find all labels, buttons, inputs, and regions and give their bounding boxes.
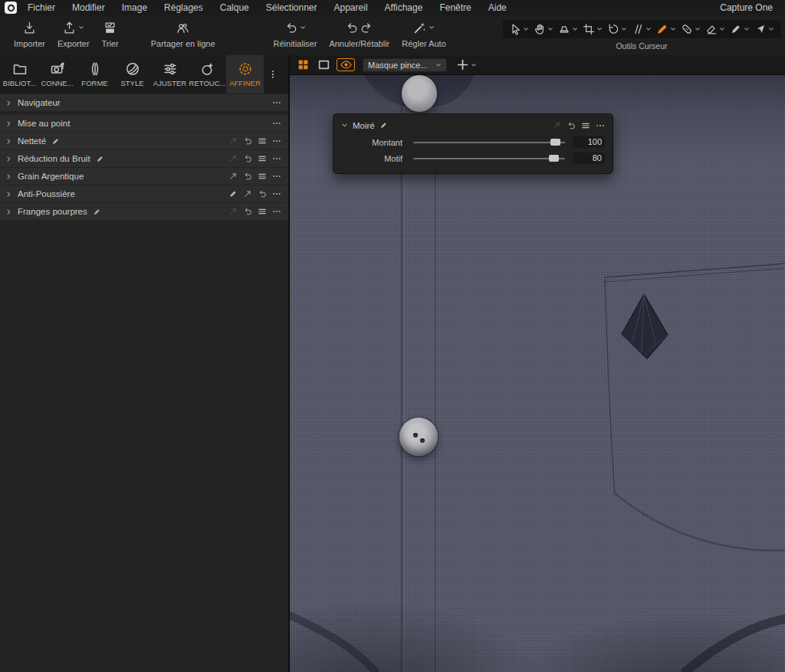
- cursor-tool-button[interactable]: [509, 23, 529, 35]
- tool-section-actions[interactable]: [228, 189, 281, 198]
- menu-item[interactable]: Image: [122, 2, 147, 13]
- chevron-down-icon[interactable]: [572, 26, 578, 32]
- tool-section-actions[interactable]: [272, 98, 281, 107]
- toolbar-button[interactable]: Exporter: [57, 18, 90, 48]
- dots-icon[interactable]: [272, 189, 281, 198]
- dots-icon[interactable]: [272, 154, 281, 163]
- copy-icon[interactable]: [243, 189, 252, 198]
- undo-icon[interactable]: [243, 154, 252, 163]
- chevron-down-icon[interactable]: [744, 26, 750, 32]
- tool-section-header[interactable]: Réduction du Bruit: [0, 150, 288, 167]
- cursor-tool-button[interactable]: [632, 23, 652, 35]
- dots-icon[interactable]: [272, 207, 281, 216]
- chevron-right-icon[interactable]: [5, 100, 12, 107]
- menu-item[interactable]: Aide: [488, 2, 507, 13]
- chevron-right-icon[interactable]: [5, 120, 12, 127]
- tool-tab[interactable]: CONNE...: [38, 55, 76, 93]
- toolbar-button[interactable]: Annuler/Rétablir: [329, 18, 389, 48]
- moire-panel-actions[interactable]: [552, 121, 605, 130]
- chevron-right-icon[interactable]: [5, 208, 12, 215]
- dots-icon[interactable]: [272, 98, 281, 107]
- chevron-down-icon[interactable]: [300, 25, 306, 31]
- toolbar-button[interactable]: Partager en ligne: [151, 18, 215, 48]
- copy-icon[interactable]: [228, 154, 238, 163]
- undo-icon[interactable]: [243, 136, 252, 146]
- menu-icon[interactable]: [258, 172, 267, 181]
- tool-tab[interactable]: AFFINER: [226, 55, 264, 93]
- tool-section-header[interactable]: Franges pourpres: [0, 203, 288, 220]
- menu-item[interactable]: Modifier: [72, 2, 105, 13]
- tool-section-header[interactable]: Mise au point: [0, 115, 288, 132]
- tool-tab[interactable]: RETOUC...: [189, 55, 226, 93]
- cursor-tool-button[interactable]: [607, 23, 627, 35]
- menu-item[interactable]: Appareil: [334, 2, 368, 13]
- menu-item[interactable]: Réglages: [164, 2, 203, 13]
- panel-action-icon[interactable]: [552, 121, 561, 130]
- single-view-button[interactable]: [316, 58, 331, 71]
- chevron-down-icon[interactable]: [429, 25, 435, 31]
- tool-section-actions[interactable]: [228, 207, 281, 216]
- undo-icon[interactable]: [243, 172, 252, 181]
- chevron-right-icon[interactable]: [5, 138, 12, 145]
- slider-value-field[interactable]: 80: [573, 152, 605, 164]
- panel-action-icon[interactable]: [596, 121, 605, 130]
- slider-thumb[interactable]: [550, 139, 560, 146]
- tool-section-header[interactable]: Grain Argentique: [0, 168, 288, 185]
- menu-icon[interactable]: [258, 154, 267, 163]
- add-tool-button[interactable]: [456, 58, 477, 71]
- cursor-tool-button[interactable]: [705, 23, 725, 35]
- slider[interactable]: [413, 158, 565, 159]
- chevron-down-icon[interactable]: [596, 26, 603, 32]
- menu-icon[interactable]: [258, 207, 267, 216]
- mask-display-dropdown[interactable]: Masque pince...: [363, 58, 447, 72]
- tool-section-actions[interactable]: [228, 172, 281, 181]
- dots-icon[interactable]: [272, 119, 281, 128]
- slider-thumb[interactable]: [549, 155, 559, 162]
- chevron-down-icon[interactable]: [768, 26, 774, 32]
- chevron-down-icon[interactable]: [719, 26, 725, 32]
- tool-section-actions[interactable]: [228, 154, 281, 163]
- chevron-right-icon[interactable]: [5, 156, 12, 162]
- cursor-tool-button[interactable]: [681, 23, 701, 35]
- menu-item[interactable]: Calque: [220, 2, 249, 13]
- tool-section-header[interactable]: Netteté: [0, 133, 288, 149]
- cursor-tool-button[interactable]: [730, 23, 750, 35]
- copy-icon[interactable]: [228, 207, 238, 216]
- grid-view-button[interactable]: [295, 58, 310, 71]
- toolbar-button[interactable]: Importer: [14, 18, 45, 48]
- menu-item[interactable]: Fichier: [28, 2, 55, 13]
- tool-section-actions[interactable]: [228, 136, 281, 146]
- undo-icon[interactable]: [243, 207, 252, 216]
- tool-section-header[interactable]: Navigateur: [0, 94, 288, 111]
- menu-icon[interactable]: [258, 136, 267, 146]
- chevron-right-icon[interactable]: [5, 173, 12, 180]
- tool-tab[interactable]: FORME: [76, 55, 113, 93]
- mask-visibility-button[interactable]: [337, 58, 355, 71]
- copy-icon[interactable]: [228, 172, 238, 181]
- tool-tab[interactable]: BIBLIOT...: [1, 55, 38, 93]
- tool-section-header[interactable]: Anti-Poussière: [0, 185, 288, 202]
- dots-icon[interactable]: [272, 172, 281, 181]
- menu-item[interactable]: Affichage: [385, 2, 423, 13]
- slider-value-field[interactable]: 100: [573, 136, 605, 148]
- chevron-down-icon[interactable]: [670, 26, 676, 32]
- chevron-right-icon[interactable]: [5, 191, 12, 198]
- panel-action-icon[interactable]: [581, 121, 590, 130]
- menu-item[interactable]: Sélectionner: [266, 2, 317, 13]
- cursor-tool-button[interactable]: [534, 23, 553, 35]
- undo-icon[interactable]: [258, 189, 267, 198]
- toolbar-button[interactable]: Régler Auto: [402, 18, 445, 48]
- dots-icon[interactable]: [272, 136, 281, 146]
- cursor-tool-button[interactable]: [583, 23, 603, 35]
- moire-panel-header[interactable]: Moiré: [333, 116, 613, 134]
- chevron-down-icon[interactable]: [78, 25, 84, 31]
- tool-tab[interactable]: AJUSTER: [151, 55, 189, 93]
- toolbar-button[interactable]: Réinitialiser: [274, 18, 317, 48]
- image-viewer[interactable]: Moiré Montant: [290, 75, 785, 672]
- cursor-tool-button[interactable]: [656, 23, 676, 35]
- chevron-down-icon[interactable]: [695, 26, 701, 32]
- tabs-overflow-button[interactable]: [264, 55, 282, 93]
- tool-section-actions[interactable]: [272, 119, 281, 128]
- copy-icon[interactable]: [228, 136, 238, 146]
- cursor-tool-button[interactable]: [558, 23, 578, 35]
